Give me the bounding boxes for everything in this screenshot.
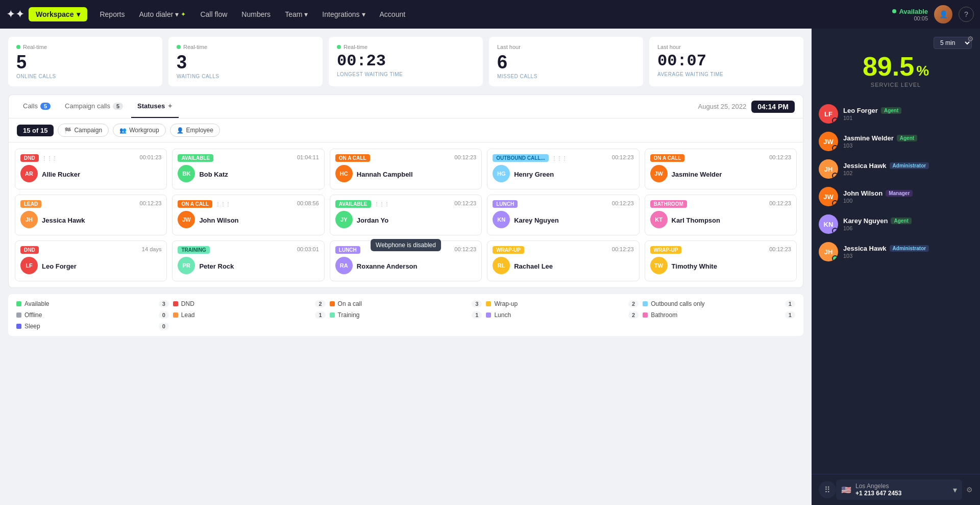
stat-sublabel: LONGEST WAITING TIME	[337, 71, 475, 77]
legend-item: Lunch 2	[486, 311, 639, 319]
nav-callflow[interactable]: Call flow	[194, 7, 233, 21]
agent-role-badge: Agent	[881, 107, 901, 114]
legend-dot-icon	[16, 301, 21, 306]
agent-timer: 00:12:23	[769, 200, 791, 206]
agent-card[interactable]: Training 00:03:01 PR Peter Rock	[172, 241, 324, 281]
user-avatar[interactable]: 👤	[934, 5, 952, 23]
workspace-button[interactable]: Workspace ▾	[29, 7, 87, 21]
service-level-top: 5 min 15 min 30 min 1 hour	[820, 37, 972, 49]
employee-filter-btn[interactable]: 👤 Employee	[170, 124, 220, 137]
agent-list-name: Jasmine Welder Agent	[843, 134, 973, 142]
agent-timer: 00:08:56	[297, 200, 319, 206]
agent-timer: 00:03:01	[297, 246, 319, 252]
nav-reports[interactable]: Reports	[93, 7, 131, 21]
legend-label: Lead	[181, 311, 195, 319]
agent-status-dot-icon	[832, 200, 838, 206]
stat-sublabel: WAITING CALLS	[177, 74, 314, 79]
nav-integrations[interactable]: Integrations ▾	[316, 7, 371, 21]
agent-card[interactable]: On a call ⋮⋮⋮ 00:08:56 JW John Wilson	[172, 195, 324, 235]
nav-account[interactable]: Account	[374, 7, 412, 21]
agent-info: BK Bob Katz	[178, 165, 318, 182]
agent-list-avatar: KN	[819, 214, 838, 234]
agent-card[interactable]: Available 01:04:11 BK Bob Katz	[172, 149, 324, 189]
agent-card[interactable]: Bathroom 00:12:23 KT Karl Thompson	[645, 195, 797, 235]
agent-avatar: PR	[178, 257, 195, 274]
agent-name: Hannah Campbell	[357, 171, 413, 178]
phone-select[interactable]: 🇺🇸 Los Angeles +1 213 647 2453 ▾	[836, 479, 962, 500]
agent-card[interactable]: Wrap-up 00:12:23 TW Timothy White	[645, 241, 797, 281]
agent-card[interactable]: DND ⋮⋮⋮ 00:01:23 AR Allie Rucker	[15, 149, 167, 189]
bottom-gear-btn[interactable]: ⚙	[966, 486, 973, 494]
agent-list-item[interactable]: JH Jessica Hawk Administrator 103	[812, 238, 980, 266]
agent-card[interactable]: Available ⋮⋮⋮ 00:12:23 JY Jordan Yo Webp…	[330, 195, 482, 235]
dialpad-button[interactable]: ⠿	[819, 481, 836, 498]
legend-dot-icon	[643, 301, 648, 306]
campaign-filter-btn[interactable]: 🏁 Campaign	[58, 124, 109, 137]
agent-info: AR Allie Rucker	[20, 165, 161, 182]
agent-role-badge: Agent	[891, 218, 911, 224]
agent-card[interactable]: On a call 00:12:23 HC Hannah Campbell	[330, 149, 482, 189]
agent-list-item[interactable]: KN Karey Nguyen Agent 106	[812, 210, 980, 238]
status-indicator[interactable]: Available 00:05	[892, 8, 928, 21]
agent-avatar: KT	[650, 211, 668, 228]
agent-avatar: BK	[178, 165, 195, 182]
agent-avatar: RA	[335, 257, 353, 274]
agent-role-badge: Agent	[897, 135, 917, 141]
agent-card[interactable]: Lead 00:12:23 JH Jessica Hawk	[15, 195, 167, 235]
agent-name: Jessica Hawk	[42, 217, 85, 224]
agent-info: JW Jasmine Welder	[650, 165, 791, 182]
tab-statuses[interactable]: Statuses ✦	[131, 95, 179, 118]
agent-card[interactable]: On a call 00:12:23 JW Jasmine Welder	[645, 149, 797, 189]
legend-count: 0	[159, 323, 169, 330]
agent-status-badge: Available	[335, 200, 371, 208]
legend-item: On a call 3	[330, 300, 482, 307]
calls-count-badge: 5	[40, 103, 51, 110]
logo-icon: ✦✦	[6, 8, 24, 21]
right-panel: 5 min 15 min 30 min 1 hour ⚙ 89.5 % SERV…	[812, 29, 980, 505]
agent-list-item[interactable]: JW John Wilson Manager 100	[812, 183, 980, 210]
legend-label: Outbound calls only	[651, 300, 704, 307]
agent-card[interactable]: Outbound call... ⋮⋮⋮ 00:12:23 HG Henry G…	[487, 149, 639, 189]
agent-name: Jordan Yo	[357, 217, 388, 224]
agent-timer: 00:12:23	[769, 154, 791, 160]
agent-timer: 00:12:23	[454, 154, 476, 160]
tab-campaign-calls[interactable]: Campaign calls 5	[59, 95, 129, 118]
legend-dot-icon	[16, 324, 21, 329]
agent-list-avatar: JW	[819, 187, 838, 206]
agent-avatar: JW	[178, 211, 195, 228]
agent-card[interactable]: Wrap-up 00:12:23 RL Rachael Lee	[487, 241, 639, 281]
legend-dot-icon	[16, 312, 21, 318]
stat-value: 6	[497, 53, 635, 71]
grid-icon: ⋮⋮⋮	[42, 155, 57, 161]
nav-autodialer[interactable]: Auto dialer ▾ ✦	[133, 7, 192, 21]
agent-list-name: Leo Forger Agent	[843, 107, 973, 114]
tab-calls[interactable]: Calls 5	[17, 95, 57, 118]
agent-status-badge: Bathroom	[650, 200, 687, 208]
stat-type-label: Last hour	[497, 44, 635, 50]
stat-dot-icon	[337, 45, 341, 49]
help-button[interactable]: ?	[959, 7, 974, 22]
legend-item: Bathroom 1	[643, 311, 795, 319]
time-select[interactable]: 5 min 15 min 30 min 1 hour	[934, 37, 972, 49]
agent-info: JH Jessica Hawk	[20, 211, 161, 228]
agent-avatar: HC	[335, 165, 353, 182]
workgroup-filter-btn[interactable]: 👥 Workgroup	[113, 124, 165, 137]
agent-timer: 01:04:11	[297, 154, 319, 160]
agent-status-badge: Wrap-up	[650, 246, 682, 254]
agent-info: RA Roxanne Anderson	[335, 257, 476, 274]
agent-status-badge: Outbound call...	[493, 154, 549, 162]
nav-numbers[interactable]: Numbers	[235, 7, 277, 21]
nav-team[interactable]: Team ▾	[279, 7, 314, 21]
agent-info: HC Hannah Campbell	[335, 165, 476, 182]
agent-list-item[interactable]: JH Jessica Hawk Administrator 102	[812, 155, 980, 183]
tooltip: Webphone is disabled	[371, 239, 441, 251]
agent-card[interactable]: DND 14 days LF Leo Forger	[15, 241, 167, 281]
agent-status-dot-icon	[832, 145, 838, 151]
agent-list-item[interactable]: JW Jasmine Welder Agent 103	[812, 128, 980, 155]
agents-grid: DND ⋮⋮⋮ 00:01:23 AR Allie Rucker Availab…	[15, 149, 797, 281]
agent-list-item[interactable]: LF Leo Forger Agent 101	[812, 100, 980, 128]
agent-card-top: DND 14 days	[20, 246, 161, 254]
agent-card[interactable]: Lunch 00:12:23 KN Karey Nguyen	[487, 195, 639, 235]
agent-card-top: Available ⋮⋮⋮ 00:12:23	[335, 200, 476, 208]
service-gear-btn[interactable]: ⚙	[967, 35, 974, 43]
